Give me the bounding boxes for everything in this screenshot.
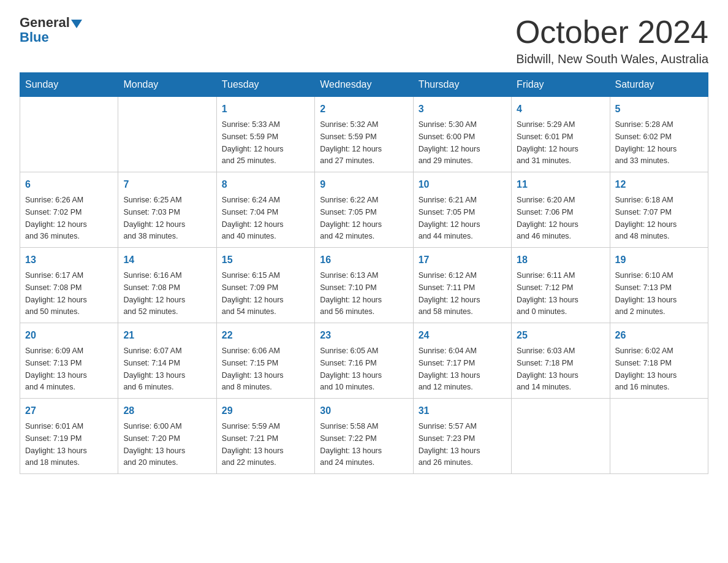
day-info: Sunrise: 6:20 AMSunset: 7:06 PMDaylight:… bbox=[517, 196, 578, 240]
calendar-day-cell: 2Sunrise: 5:32 AMSunset: 5:59 PMDaylight… bbox=[315, 97, 413, 172]
day-of-week-header: Friday bbox=[512, 73, 610, 97]
day-info: Sunrise: 6:13 AMSunset: 7:10 PMDaylight:… bbox=[320, 271, 382, 316]
logo: General Blue bbox=[20, 15, 82, 45]
calendar-day-cell: 17Sunrise: 6:12 AMSunset: 7:11 PMDayligh… bbox=[413, 248, 511, 323]
calendar-day-cell: 10Sunrise: 6:21 AMSunset: 7:05 PMDayligh… bbox=[413, 172, 511, 248]
day-number: 2 bbox=[320, 102, 408, 117]
calendar-week-row: 27Sunrise: 6:01 AMSunset: 7:19 PMDayligh… bbox=[20, 399, 708, 474]
calendar-week-row: 20Sunrise: 6:09 AMSunset: 7:13 PMDayligh… bbox=[20, 323, 708, 399]
day-number: 10 bbox=[419, 177, 506, 192]
day-info: Sunrise: 5:30 AMSunset: 6:00 PMDaylight:… bbox=[419, 120, 480, 165]
calendar-day-cell bbox=[20, 97, 118, 172]
calendar-day-cell: 11Sunrise: 6:20 AMSunset: 7:06 PMDayligh… bbox=[512, 172, 610, 248]
day-info: Sunrise: 5:28 AMSunset: 6:02 PMDaylight:… bbox=[615, 120, 677, 165]
day-info: Sunrise: 6:10 AMSunset: 7:13 PMDaylight:… bbox=[615, 271, 677, 316]
calendar-day-cell: 3Sunrise: 5:30 AMSunset: 6:00 PMDaylight… bbox=[413, 97, 511, 172]
calendar-day-cell: 1Sunrise: 5:33 AMSunset: 5:59 PMDaylight… bbox=[216, 97, 314, 172]
calendar-day-cell: 28Sunrise: 6:00 AMSunset: 7:20 PMDayligh… bbox=[118, 399, 216, 474]
calendar-header: SundayMondayTuesdayWednesdayThursdayFrid… bbox=[20, 73, 708, 97]
day-info: Sunrise: 6:11 AMSunset: 7:12 PMDaylight:… bbox=[517, 271, 578, 316]
day-info: Sunrise: 6:00 AMSunset: 7:20 PMDaylight:… bbox=[123, 422, 185, 467]
calendar-day-cell: 21Sunrise: 6:07 AMSunset: 7:14 PMDayligh… bbox=[118, 323, 216, 399]
day-info: Sunrise: 6:15 AMSunset: 7:09 PMDaylight:… bbox=[222, 271, 284, 316]
calendar-day-cell: 13Sunrise: 6:17 AMSunset: 7:08 PMDayligh… bbox=[20, 248, 118, 323]
page-title: October 2024 bbox=[515, 15, 708, 50]
day-of-week-header: Thursday bbox=[413, 73, 511, 97]
day-number: 20 bbox=[25, 328, 113, 343]
day-number: 13 bbox=[25, 253, 113, 267]
calendar-day-cell: 8Sunrise: 6:24 AMSunset: 7:04 PMDaylight… bbox=[216, 172, 314, 248]
day-info: Sunrise: 5:29 AMSunset: 6:01 PMDaylight:… bbox=[517, 120, 578, 165]
calendar-day-cell: 22Sunrise: 6:06 AMSunset: 7:15 PMDayligh… bbox=[216, 323, 314, 399]
day-info: Sunrise: 6:26 AMSunset: 7:02 PMDaylight:… bbox=[25, 196, 87, 240]
day-info: Sunrise: 6:25 AMSunset: 7:03 PMDaylight:… bbox=[123, 196, 185, 240]
day-number: 17 bbox=[419, 253, 506, 267]
calendar-table: SundayMondayTuesdayWednesdayThursdayFrid… bbox=[20, 72, 708, 474]
day-number: 3 bbox=[419, 102, 506, 117]
calendar-day-cell: 23Sunrise: 6:05 AMSunset: 7:16 PMDayligh… bbox=[315, 323, 413, 399]
day-number: 25 bbox=[517, 328, 604, 343]
day-info: Sunrise: 6:01 AMSunset: 7:19 PMDaylight:… bbox=[25, 422, 87, 467]
day-info: Sunrise: 6:12 AMSunset: 7:11 PMDaylight:… bbox=[419, 271, 480, 316]
day-number: 7 bbox=[123, 177, 211, 192]
day-info: Sunrise: 6:04 AMSunset: 7:17 PMDaylight:… bbox=[419, 347, 480, 391]
day-info: Sunrise: 5:57 AMSunset: 7:23 PMDaylight:… bbox=[419, 422, 480, 467]
day-info: Sunrise: 5:58 AMSunset: 7:22 PMDaylight:… bbox=[320, 422, 382, 467]
calendar-day-cell: 27Sunrise: 6:01 AMSunset: 7:19 PMDayligh… bbox=[20, 399, 118, 474]
calendar-day-cell: 6Sunrise: 6:26 AMSunset: 7:02 PMDaylight… bbox=[20, 172, 118, 248]
day-number: 6 bbox=[25, 177, 113, 192]
day-of-week-header: Saturday bbox=[610, 73, 708, 97]
day-info: Sunrise: 6:03 AMSunset: 7:18 PMDaylight:… bbox=[517, 347, 578, 391]
day-number: 29 bbox=[222, 404, 309, 418]
logo-blue-text: Blue bbox=[20, 29, 49, 45]
calendar-week-row: 13Sunrise: 6:17 AMSunset: 7:08 PMDayligh… bbox=[20, 248, 708, 323]
day-number: 28 bbox=[123, 404, 211, 418]
day-info: Sunrise: 5:32 AMSunset: 5:59 PMDaylight:… bbox=[320, 120, 382, 165]
day-number: 26 bbox=[615, 328, 703, 343]
calendar-day-cell: 30Sunrise: 5:58 AMSunset: 7:22 PMDayligh… bbox=[315, 399, 413, 474]
calendar-header-row: SundayMondayTuesdayWednesdayThursdayFrid… bbox=[20, 73, 708, 97]
day-number: 30 bbox=[320, 404, 408, 418]
calendar-day-cell: 20Sunrise: 6:09 AMSunset: 7:13 PMDayligh… bbox=[20, 323, 118, 399]
calendar-body: 1Sunrise: 5:33 AMSunset: 5:59 PMDaylight… bbox=[20, 97, 708, 474]
day-info: Sunrise: 6:02 AMSunset: 7:18 PMDaylight:… bbox=[615, 347, 677, 391]
calendar-day-cell: 4Sunrise: 5:29 AMSunset: 6:01 PMDaylight… bbox=[512, 97, 610, 172]
day-number: 15 bbox=[222, 253, 309, 267]
day-of-week-header: Monday bbox=[118, 73, 216, 97]
calendar-day-cell bbox=[118, 97, 216, 172]
calendar-day-cell: 7Sunrise: 6:25 AMSunset: 7:03 PMDaylight… bbox=[118, 172, 216, 248]
calendar-day-cell: 19Sunrise: 6:10 AMSunset: 7:13 PMDayligh… bbox=[610, 248, 708, 323]
day-info: Sunrise: 6:16 AMSunset: 7:08 PMDaylight:… bbox=[123, 271, 185, 316]
day-info: Sunrise: 6:22 AMSunset: 7:05 PMDaylight:… bbox=[320, 196, 382, 240]
day-info: Sunrise: 6:09 AMSunset: 7:13 PMDaylight:… bbox=[25, 347, 87, 391]
calendar-day-cell: 5Sunrise: 5:28 AMSunset: 6:02 PMDaylight… bbox=[610, 97, 708, 172]
calendar-day-cell: 24Sunrise: 6:04 AMSunset: 7:17 PMDayligh… bbox=[413, 323, 511, 399]
day-info: Sunrise: 6:24 AMSunset: 7:04 PMDaylight:… bbox=[222, 196, 284, 240]
day-number: 12 bbox=[615, 177, 703, 192]
day-number: 8 bbox=[222, 177, 309, 192]
day-number: 16 bbox=[320, 253, 408, 267]
logo-general-text: General bbox=[20, 15, 70, 31]
title-block: October 2024 Bidwill, New South Wales, A… bbox=[515, 15, 708, 66]
calendar-day-cell: 15Sunrise: 6:15 AMSunset: 7:09 PMDayligh… bbox=[216, 248, 314, 323]
calendar-day-cell: 25Sunrise: 6:03 AMSunset: 7:18 PMDayligh… bbox=[512, 323, 610, 399]
day-number: 22 bbox=[222, 328, 309, 343]
calendar-day-cell: 29Sunrise: 5:59 AMSunset: 7:21 PMDayligh… bbox=[216, 399, 314, 474]
day-number: 19 bbox=[615, 253, 703, 267]
calendar-day-cell: 16Sunrise: 6:13 AMSunset: 7:10 PMDayligh… bbox=[315, 248, 413, 323]
day-number: 11 bbox=[517, 177, 604, 192]
day-info: Sunrise: 5:59 AMSunset: 7:21 PMDaylight:… bbox=[222, 422, 284, 467]
day-info: Sunrise: 5:33 AMSunset: 5:59 PMDaylight:… bbox=[222, 120, 284, 165]
calendar-week-row: 1Sunrise: 5:33 AMSunset: 5:59 PMDaylight… bbox=[20, 97, 708, 172]
calendar-day-cell: 12Sunrise: 6:18 AMSunset: 7:07 PMDayligh… bbox=[610, 172, 708, 248]
calendar-day-cell: 31Sunrise: 5:57 AMSunset: 7:23 PMDayligh… bbox=[413, 399, 511, 474]
day-of-week-header: Wednesday bbox=[315, 73, 413, 97]
day-number: 4 bbox=[517, 102, 604, 117]
calendar-day-cell: 18Sunrise: 6:11 AMSunset: 7:12 PMDayligh… bbox=[512, 248, 610, 323]
day-info: Sunrise: 6:07 AMSunset: 7:14 PMDaylight:… bbox=[123, 347, 185, 391]
day-number: 27 bbox=[25, 404, 113, 418]
calendar-day-cell: 9Sunrise: 6:22 AMSunset: 7:05 PMDaylight… bbox=[315, 172, 413, 248]
day-number: 1 bbox=[222, 102, 309, 117]
day-number: 31 bbox=[419, 404, 506, 418]
day-number: 24 bbox=[419, 328, 506, 343]
